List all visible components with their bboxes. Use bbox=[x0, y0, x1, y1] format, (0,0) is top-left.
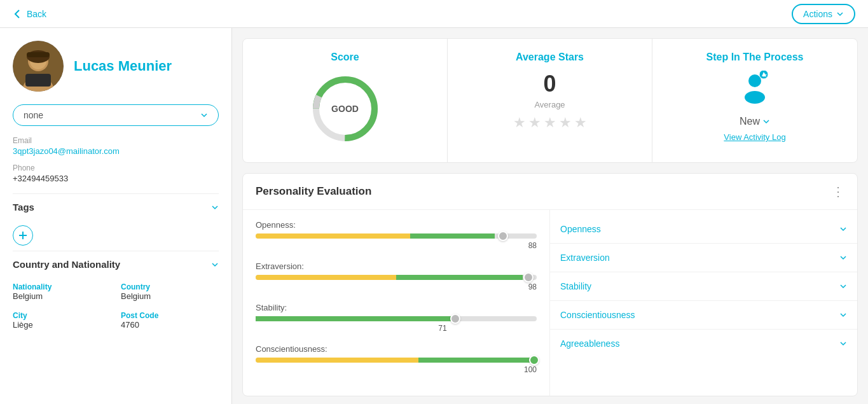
stars-row: ★ ★ ★ ★ ★ bbox=[460, 115, 639, 131]
tags-chevron-icon bbox=[211, 204, 219, 211]
add-tag-button[interactable] bbox=[13, 225, 33, 246]
accordion-agreeableness-label: Agreeableness bbox=[560, 338, 619, 349]
accordion-conscientiousness-chevron bbox=[839, 311, 847, 319]
openness-value: 88 bbox=[256, 241, 537, 250]
postcode-label: Post Code bbox=[121, 311, 219, 320]
personality-card: Personality Evaluation ⋮ Openness: 88 bbox=[242, 173, 858, 396]
city-value: Liège bbox=[13, 320, 111, 330]
accordion-agreeableness-chevron bbox=[839, 340, 847, 347]
svg-rect-6 bbox=[27, 52, 50, 57]
content-area: Score GOOD Average Stars 0 bbox=[232, 28, 868, 404]
email-section: Email 3qpt3jazo04@mailinator.com bbox=[13, 136, 219, 156]
sliders-column: Openness: 88 Extraversion: bbox=[243, 210, 550, 396]
phone-value: +32494459533 bbox=[13, 174, 219, 183]
star-5: ★ bbox=[574, 115, 587, 131]
phone-label: Phone bbox=[13, 164, 219, 172]
actions-label: Actions bbox=[803, 9, 832, 19]
stability-track bbox=[256, 316, 537, 321]
chevron-down-icon bbox=[836, 10, 844, 18]
conscientiousness-label: Conscientiousness: bbox=[256, 344, 537, 354]
country-section-header[interactable]: Country and Nationality bbox=[13, 251, 219, 277]
star-4: ★ bbox=[559, 115, 572, 131]
stability-fill-green bbox=[256, 316, 455, 321]
more-options-button[interactable]: ⋮ bbox=[832, 184, 844, 199]
avg-number: 0 bbox=[460, 71, 639, 97]
main-layout: Lucas Meunier none Email 3qpt3jazo04@mai… bbox=[0, 28, 868, 404]
extraversion-track bbox=[256, 275, 537, 280]
back-icon bbox=[13, 9, 23, 19]
nationality-label: Nationality bbox=[13, 282, 111, 291]
tags-section-header[interactable]: Tags bbox=[13, 193, 219, 220]
conscientiousness-slider-row: Conscientiousness: 100 bbox=[256, 344, 537, 374]
donut-chart: GOOD bbox=[307, 71, 383, 147]
email-label: Email bbox=[13, 136, 219, 145]
svg-point-12 bbox=[748, 74, 761, 87]
star-2: ★ bbox=[528, 115, 541, 131]
person-name: Lucas Meunier bbox=[74, 58, 172, 74]
step-icon: ★ bbox=[738, 71, 771, 106]
step-new-label[interactable]: New bbox=[665, 116, 844, 127]
accordion-agreeableness[interactable]: Agreeableness bbox=[550, 330, 857, 358]
accordion-extraversion-label: Extraversion bbox=[560, 253, 610, 263]
svg-point-13 bbox=[745, 91, 765, 104]
conscientiousness-track bbox=[256, 358, 537, 363]
back-label: Back bbox=[27, 9, 46, 19]
city-label: City bbox=[13, 311, 111, 320]
personality-body: Openness: 88 Extraversion: bbox=[243, 210, 857, 396]
phone-section: Phone +32494459533 bbox=[13, 164, 219, 183]
accordion-stability[interactable]: Stability bbox=[550, 272, 857, 301]
step-icon-container: ★ bbox=[665, 71, 844, 111]
conscientiousness-value: 100 bbox=[256, 365, 537, 374]
tags-label: Tags bbox=[13, 202, 34, 212]
openness-fill-yellow bbox=[256, 233, 410, 239]
stability-thumb[interactable] bbox=[450, 314, 460, 324]
accordion-extraversion-chevron bbox=[839, 254, 847, 261]
svg-text:★: ★ bbox=[762, 73, 768, 78]
accordion-conscientiousness-label: Conscientiousness bbox=[560, 310, 635, 320]
accordion-stability-label: Stability bbox=[560, 281, 591, 291]
extraversion-label: Extraversion: bbox=[256, 261, 537, 271]
accordion-openness[interactable]: Openness bbox=[550, 215, 857, 244]
actions-button[interactable]: Actions bbox=[792, 4, 855, 24]
avg-stars-title: Average Stars bbox=[460, 52, 639, 63]
person-icon: ★ bbox=[738, 71, 771, 104]
openness-thumb[interactable] bbox=[498, 231, 508, 241]
country-value: Belgium bbox=[121, 291, 219, 301]
avatar-image bbox=[13, 41, 64, 92]
star-1: ★ bbox=[513, 115, 526, 131]
metrics-row: Score GOOD Average Stars 0 bbox=[242, 38, 858, 163]
back-button[interactable]: Back bbox=[13, 9, 46, 19]
top-bar: Back Actions bbox=[0, 0, 868, 28]
score-label: GOOD bbox=[331, 104, 359, 114]
accordion-conscientiousness[interactable]: Conscientiousness bbox=[550, 301, 857, 330]
profile-header: Lucas Meunier bbox=[13, 41, 219, 92]
accordion-openness-label: Openness bbox=[560, 224, 601, 234]
avg-label: Average bbox=[460, 100, 639, 109]
stage-select[interactable]: none bbox=[13, 104, 219, 126]
conscientiousness-thumb[interactable] bbox=[529, 355, 539, 365]
extraversion-fill-green bbox=[396, 275, 523, 280]
extraversion-fill-yellow bbox=[256, 275, 396, 280]
openness-fill-green bbox=[410, 233, 495, 239]
extraversion-thumb[interactable] bbox=[523, 272, 534, 282]
email-value[interactable]: 3qpt3jazo04@mailinator.com bbox=[13, 146, 219, 156]
step-title: Step In The Process bbox=[665, 52, 844, 63]
postcode-value: 4760 bbox=[121, 320, 219, 330]
openness-label: Openness: bbox=[256, 220, 537, 230]
country-section-label: Country and Nationality bbox=[13, 259, 120, 270]
step-chevron-icon bbox=[762, 118, 770, 125]
accordion-extraversion[interactable]: Extraversion bbox=[550, 244, 857, 272]
stability-value: 71 bbox=[256, 324, 537, 333]
view-activity-log-link[interactable]: View Activity Log bbox=[665, 132, 844, 142]
score-card: Score GOOD bbox=[243, 39, 448, 162]
star-3: ★ bbox=[544, 115, 556, 131]
nationality-value: Belgium bbox=[13, 291, 111, 301]
country-grid: Nationality Belgium Country Belgium City… bbox=[13, 282, 219, 330]
accordion-stability-chevron bbox=[839, 282, 847, 290]
accordion-column: Openness Extraversion Stability bbox=[550, 210, 857, 396]
stage-chevron-icon bbox=[200, 111, 208, 119]
extraversion-value: 98 bbox=[256, 282, 537, 291]
stability-slider-row: Stability: 71 bbox=[256, 303, 537, 333]
personality-title: Personality Evaluation bbox=[256, 185, 371, 198]
stage-value: none bbox=[24, 110, 43, 120]
